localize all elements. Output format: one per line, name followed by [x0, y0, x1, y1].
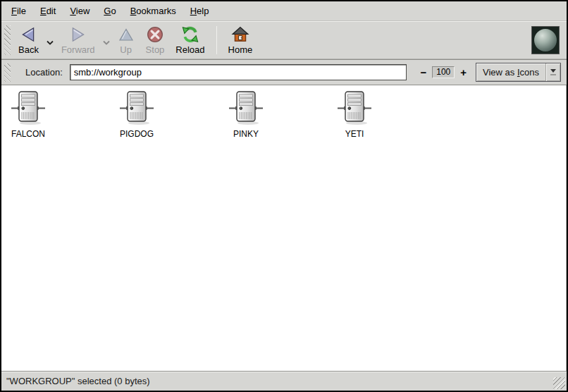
- view-as-label: View as Icons: [476, 63, 545, 81]
- nautilus-throbber-sphere-icon: [534, 29, 557, 51]
- menu-go[interactable]: Go: [97, 3, 123, 19]
- server-label: YETI: [345, 129, 364, 139]
- network-server-icon: [120, 91, 154, 126]
- home-button-label: Home: [228, 45, 253, 55]
- back-arrow-icon: [19, 25, 37, 44]
- home-button[interactable]: Home: [223, 23, 259, 58]
- reload-button-label: Reload: [175, 45, 204, 55]
- menu-view[interactable]: View: [63, 3, 97, 19]
- menu-edit[interactable]: Edit: [33, 3, 63, 19]
- forward-button-label: Forward: [61, 45, 95, 55]
- up-button-label: Up: [120, 45, 132, 55]
- zoom-out-button[interactable]: −: [419, 67, 427, 78]
- toolbar-drag-handle[interactable]: [4, 25, 11, 55]
- back-button-label: Back: [18, 45, 39, 55]
- forward-button[interactable]: Forward: [56, 23, 101, 58]
- status-text: "WORKGROUP" selected (0 bytes): [6, 376, 150, 386]
- network-server-icon: [11, 91, 45, 126]
- view-as-dropdown[interactable]: View as Icons: [476, 63, 561, 82]
- location-bar: Location: − 100 + View as Icons: [1, 59, 567, 85]
- status-bar: "WORKGROUP" selected (0 bytes): [1, 371, 567, 391]
- back-button[interactable]: Back: [13, 23, 44, 58]
- location-label: Location:: [25, 67, 63, 78]
- stop-button[interactable]: Stop: [140, 23, 171, 58]
- back-history-dropdown[interactable]: [44, 35, 56, 49]
- up-arrow-icon: [118, 25, 135, 44]
- chevron-down-icon: [47, 40, 54, 45]
- menu-help[interactable]: Help: [183, 3, 216, 19]
- forward-history-dropdown[interactable]: [101, 35, 112, 49]
- zoom-in-button[interactable]: +: [459, 67, 467, 78]
- menu-bar: File Edit View Go Bookmarks Help: [1, 1, 567, 21]
- network-server-item-yeti[interactable]: YETI: [328, 91, 381, 139]
- chevron-down-icon: [103, 40, 110, 45]
- toolbar-separator: [216, 26, 217, 54]
- network-server-icon: [229, 91, 263, 126]
- menu-bookmarks[interactable]: Bookmarks: [123, 3, 183, 19]
- network-server-item-falcon[interactable]: FALCON: [1, 91, 55, 139]
- location-input[interactable]: [70, 64, 407, 80]
- location-bar-drag-handle[interactable]: [4, 63, 11, 82]
- nautilus-throbber: [531, 26, 560, 54]
- dropdown-arrow-icon: [545, 63, 560, 81]
- zoom-level-indicator: 100: [432, 66, 455, 78]
- stop-button-label: Stop: [146, 45, 165, 55]
- up-button[interactable]: Up: [112, 23, 140, 58]
- network-server-icon: [338, 91, 371, 126]
- server-label: PIGDOG: [120, 129, 154, 139]
- stop-icon: [146, 25, 164, 44]
- reload-button[interactable]: Reload: [170, 23, 210, 58]
- reload-icon: [181, 25, 199, 44]
- zoom-controls: − 100 +: [419, 66, 467, 78]
- icon-view-pane: FALCON PIGDOG PINKY YETI: [1, 85, 567, 371]
- resize-grip[interactable]: [553, 377, 565, 389]
- toolbar: Back Forward: [1, 21, 567, 59]
- network-server-item-pigdog[interactable]: PIGDOG: [110, 91, 163, 139]
- server-label: FALCON: [11, 129, 45, 139]
- forward-arrow-icon: [69, 25, 87, 44]
- menu-file[interactable]: File: [4, 3, 33, 19]
- file-manager-window: File Edit View Go Bookmarks Help Back: [0, 0, 568, 392]
- network-server-item-pinky[interactable]: PINKY: [219, 91, 273, 139]
- server-label: PINKY: [233, 129, 259, 139]
- home-icon: [231, 25, 249, 44]
